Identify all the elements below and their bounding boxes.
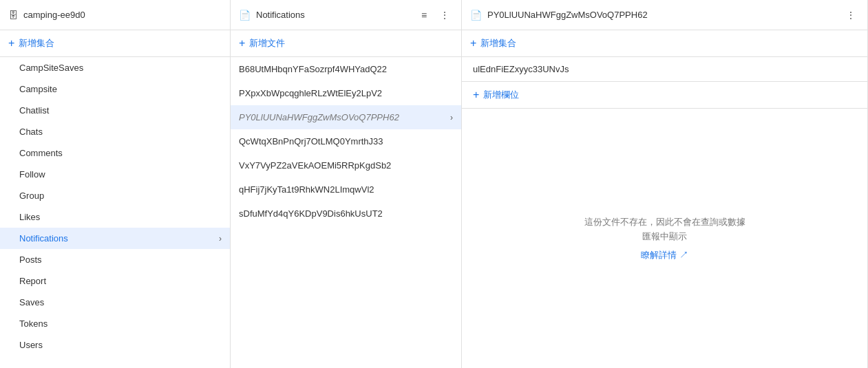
document-item-5[interactable]: qHFij7jKyTa1t9RhkWN2LImqwVl2 <box>231 177 461 202</box>
right-more-options-button[interactable]: ⋮ <box>843 7 859 23</box>
sidebar-item-label: Campsite <box>19 84 57 94</box>
plus-icon-middle: + <box>239 38 245 49</box>
left-column: 🗄 camping-ee9d0 + 新增集合 CampSiteSavesCamp… <box>0 0 231 368</box>
plus-icon: + <box>8 38 14 49</box>
document-item-1[interactable]: PXpxXbWpcqghleRLzWtElEy2LpV2 <box>231 81 461 105</box>
sidebar-item-label: Notifications <box>19 233 68 243</box>
sidebar-item-chatlist[interactable]: Chatlist <box>0 100 230 121</box>
document-name: qHFij7jKyTa1t9RhkWN2LImqwVl2 <box>239 184 374 195</box>
document-name: PXpxXbWpcqghleRLzWtElEy2LpV2 <box>239 88 382 98</box>
field-value: ulEdnFiEZxyyc33UNvJs <box>473 64 569 74</box>
filter-button[interactable]: ≡ <box>416 7 432 23</box>
document-name: VxY7VyPZ2aVEkAOEMi5RRpKgdSb2 <box>239 160 391 171</box>
sidebar-item-report[interactable]: Report <box>0 270 230 292</box>
add-field-button[interactable]: + 新增欄位 <box>462 82 867 109</box>
doc-notice-text: 這份文件不存在，因此不會在查詢或數據匯報中顯示 <box>584 215 745 244</box>
sidebar-item-saves[interactable]: Saves <box>0 292 230 313</box>
add-subcollection-button[interactable]: + 新增集合 <box>462 30 867 57</box>
plus-icon-field: + <box>473 89 479 100</box>
middle-header-actions: ≡ ⋮ <box>416 7 453 23</box>
sidebar-item-label: CampSiteSaves <box>19 63 83 73</box>
sidebar-item-comments[interactable]: Comments <box>0 142 230 164</box>
sidebar-item-label: Saves <box>19 297 44 307</box>
add-document-label: 新增文件 <box>249 37 285 50</box>
add-document-button[interactable]: + 新增文件 <box>231 30 461 57</box>
sidebar-item-label: Posts <box>19 255 42 265</box>
sidebar-item-posts[interactable]: Posts <box>0 249 230 270</box>
middle-header: 📄 Notifications ≡ ⋮ <box>231 0 461 30</box>
doc-notice: 這份文件不存在，因此不會在查詢或數據匯報中顯示 瞭解詳情 ↗ <box>462 109 867 368</box>
sidebar-item-label: Tokens <box>19 318 47 329</box>
document-item-2[interactable]: PY0LlUUNaHWFggZwMsOVoQ7PPH62› <box>231 105 461 129</box>
sidebar-item-label: Group <box>19 191 44 201</box>
sidebar-item-campsite[interactable]: Campsite <box>0 78 230 100</box>
document-item-3[interactable]: QcWtqXBnPnQrj7OtLMQ0YmrthJ33 <box>231 129 461 153</box>
document-name: PY0LlUUNaHWFggZwMsOVoQ7PPH62 <box>239 112 399 122</box>
document-list: B68UtMHbqnYFaSozrpf4WHYadQ22PXpxXbWpcqgh… <box>231 57 461 368</box>
right-header-icon: 📄 <box>470 10 482 21</box>
document-item-6[interactable]: sDfuMfYd4qY6KDpV9Dis6hkUsUT2 <box>231 202 461 226</box>
right-column: 📄 PY0LlUUNaHWFggZwMsOVoQ7PPH62 ⋮ + 新增集合 … <box>462 0 868 368</box>
field-row: ulEdnFiEZxyyc33UNvJs <box>462 57 867 82</box>
sidebar-item-label: Likes <box>19 212 40 222</box>
middle-column: 📄 Notifications ≡ ⋮ + 新增文件 B68UtMHbqnYFa… <box>231 0 462 368</box>
add-field-label: 新增欄位 <box>483 89 519 101</box>
add-collection-label: 新增集合 <box>19 37 54 50</box>
add-collection-label-right: 新增集合 <box>480 37 516 50</box>
document-item-4[interactable]: VxY7VyPZ2aVEkAOEMi5RRpKgdSb2 <box>231 153 461 177</box>
sidebar-item-label: Report <box>19 276 46 286</box>
learn-more-link[interactable]: 瞭解詳情 ↗ <box>641 249 688 261</box>
sidebar-item-label: Chatlist <box>19 105 49 116</box>
add-collection-button[interactable]: + 新增集合 <box>0 30 230 57</box>
sidebar-item-tokens[interactable]: Tokens <box>0 313 230 334</box>
middle-header-icon: 📄 <box>239 10 251 21</box>
db-icon: 🗄 <box>8 10 18 21</box>
sidebar-item-likes[interactable]: Likes <box>0 206 230 228</box>
left-header: 🗄 camping-ee9d0 <box>0 0 230 30</box>
sidebar-item-label: Chats <box>19 127 43 137</box>
sidebar-item-follow[interactable]: Follow <box>0 164 230 185</box>
sidebar-item-label: Follow <box>19 169 45 180</box>
document-item-0[interactable]: B68UtMHbqnYFaSozrpf4WHYadQ22 <box>231 57 461 81</box>
plus-icon-right: + <box>470 38 476 49</box>
right-header-title: PY0LlUUNaHWFggZwMsOVoQ7PPH62 <box>487 10 837 20</box>
more-options-button[interactable]: ⋮ <box>436 7 453 23</box>
sidebar-item-group[interactable]: Group <box>0 185 230 206</box>
doc-chevron-icon: › <box>450 113 453 122</box>
sidebar-item-users[interactable]: Users <box>0 334 230 356</box>
right-header-actions: ⋮ <box>843 7 859 23</box>
sidebar-item-label: Users <box>19 340 43 350</box>
document-name: sDfuMfYd4qY6KDpV9Dis6hkUsUT2 <box>239 208 383 219</box>
sidebar-list: CampSiteSavesCampsiteChatlistChatsCommen… <box>0 57 230 368</box>
chevron-right-icon: › <box>219 234 222 243</box>
sidebar-item-label: Comments <box>19 148 63 158</box>
right-header: 📄 PY0LlUUNaHWFggZwMsOVoQ7PPH62 ⋮ <box>462 0 867 30</box>
middle-header-title: Notifications <box>256 10 410 20</box>
left-header-title: camping-ee9d0 <box>23 10 222 20</box>
sidebar-item-chats[interactable]: Chats <box>0 121 230 142</box>
right-content: ulEdnFiEZxyyc33UNvJs + 新增欄位 這份文件不存在，因此不會… <box>462 57 867 368</box>
document-name: B68UtMHbqnYFaSozrpf4WHYadQ22 <box>239 64 387 74</box>
document-name: QcWtqXBnPnQrj7OtLMQ0YmrthJ33 <box>239 136 383 147</box>
sidebar-item-notifications[interactable]: Notifications› <box>0 228 230 249</box>
sidebar-item-campsitesaves[interactable]: CampSiteSaves <box>0 57 230 78</box>
